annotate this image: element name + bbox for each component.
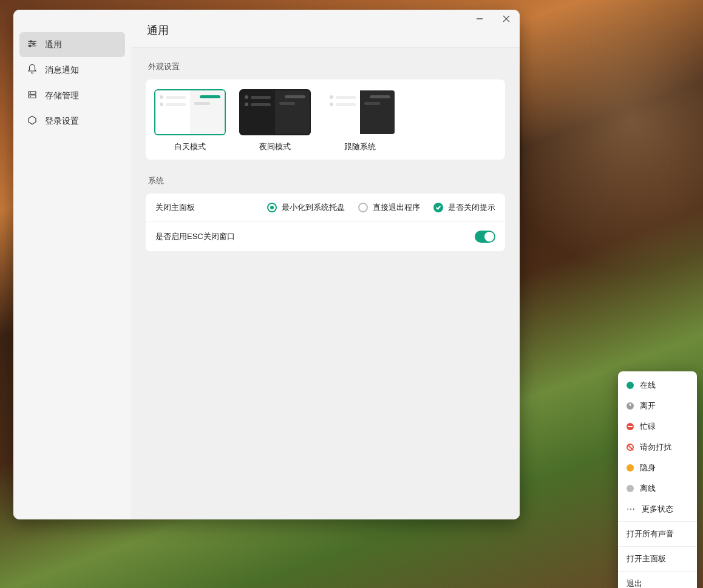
esc-label: 是否启用ESC关闭窗口 xyxy=(155,231,235,242)
theme-system-thumb xyxy=(324,89,396,135)
svg-rect-9 xyxy=(29,92,36,95)
sidebar-item-label: 通用 xyxy=(45,39,62,50)
more-status[interactable]: ⋯ 更多状态 xyxy=(618,499,697,519)
separator xyxy=(618,571,697,572)
sidebar-item-label: 存储管理 xyxy=(45,90,79,101)
close-panel-row: 关闭主面板 最小化到系统托盘 直接退出程序 xyxy=(146,194,505,221)
sidebar-item-general[interactable]: 通用 xyxy=(19,32,125,57)
online-icon xyxy=(627,382,634,389)
sliders-icon xyxy=(27,38,38,51)
radio-label: 直接退出程序 xyxy=(373,202,420,213)
status-online[interactable]: 在线 xyxy=(618,375,697,396)
content: 通用 外观设置 xyxy=(131,10,520,519)
esc-toggle[interactable] xyxy=(475,231,495,243)
status-busy[interactable]: 忙碌 xyxy=(618,416,697,437)
status-label: 请勿打扰 xyxy=(640,442,671,453)
offline-icon xyxy=(627,485,634,492)
theme-label: 夜间模式 xyxy=(239,141,311,152)
sidebar: 通用 消息通知 存储管理 登录设置 xyxy=(13,10,131,519)
status-offline[interactable]: 离线 xyxy=(618,478,697,499)
sidebar-item-storage[interactable]: 存储管理 xyxy=(19,83,125,108)
close-button[interactable] xyxy=(493,10,520,28)
sidebar-item-label: 登录设置 xyxy=(45,116,79,127)
radio-minimize-to-tray[interactable]: 最小化到系统托盘 xyxy=(267,202,345,213)
svg-marker-13 xyxy=(29,116,36,124)
separator xyxy=(618,521,697,522)
window-controls xyxy=(466,10,520,28)
status-label: 在线 xyxy=(640,380,656,391)
dnd-icon xyxy=(627,444,634,451)
content-body: 外观设置 xyxy=(131,48,520,519)
close-panel-label: 关闭主面板 xyxy=(155,202,195,213)
theme-card: 白天模式 xyxy=(146,79,505,160)
theme-day-thumb xyxy=(154,89,226,135)
page-title: 通用 xyxy=(131,10,520,48)
separator xyxy=(618,546,697,547)
status-label: 隐身 xyxy=(640,462,656,473)
radio-icon xyxy=(267,203,277,212)
settings-window: 通用 消息通知 存储管理 登录设置 通用 外观设置 xyxy=(13,10,520,519)
hexagon-icon xyxy=(27,115,38,127)
status-label: 离线 xyxy=(640,483,656,494)
status-dnd[interactable]: 请勿打扰 xyxy=(618,437,697,458)
theme-label: 白天模式 xyxy=(154,141,226,152)
check-label: 是否关闭提示 xyxy=(448,202,495,213)
status-invisible[interactable]: 隐身 xyxy=(618,458,697,478)
esc-row: 是否启用ESC关闭窗口 xyxy=(146,221,505,251)
checkmark-icon xyxy=(433,203,443,212)
action-exit[interactable]: 退出 xyxy=(618,573,697,588)
busy-icon xyxy=(627,423,634,430)
status-away[interactable]: 离开 xyxy=(618,396,697,416)
appearance-section-label: 外观设置 xyxy=(148,61,503,72)
action-label: 退出 xyxy=(627,578,642,588)
system-section-label: 系统 xyxy=(148,175,503,186)
server-icon xyxy=(27,89,38,102)
system-group: 关闭主面板 最小化到系统托盘 直接退出程序 xyxy=(146,194,505,251)
theme-system[interactable]: 跟随系统 xyxy=(324,89,396,152)
radio-icon xyxy=(358,203,368,212)
radio-exit-directly[interactable]: 直接退出程序 xyxy=(358,202,420,213)
svg-point-12 xyxy=(30,96,31,97)
theme-label: 跟随系统 xyxy=(324,141,396,152)
action-label: 打开主面板 xyxy=(627,553,666,564)
bell-icon xyxy=(27,64,38,76)
action-open-main-panel[interactable]: 打开主面板 xyxy=(618,549,697,569)
ellipsis-icon: ⋯ xyxy=(627,504,636,514)
invisible-icon xyxy=(627,464,634,471)
radio-label: 最小化到系统托盘 xyxy=(282,202,345,213)
minimize-button[interactable] xyxy=(466,10,493,28)
svg-rect-10 xyxy=(29,95,36,98)
status-label: 离开 xyxy=(640,400,656,411)
sidebar-item-label: 消息通知 xyxy=(45,65,79,76)
sidebar-item-notifications[interactable]: 消息通知 xyxy=(19,58,125,83)
theme-day[interactable]: 白天模式 xyxy=(154,89,226,152)
check-close-prompt[interactable]: 是否关闭提示 xyxy=(433,202,495,213)
theme-night[interactable]: 夜间模式 xyxy=(239,89,311,152)
action-open-sounds[interactable]: 打开所有声音 xyxy=(618,524,697,544)
action-label: 打开所有声音 xyxy=(627,529,674,539)
sidebar-item-login[interactable]: 登录设置 xyxy=(19,109,125,133)
status-label: 忙碌 xyxy=(640,421,656,432)
status-context-menu: 在线 离开 忙碌 请勿打扰 隐身 离线 ⋯ 更多状态 打开所有声音 打开主面板 … xyxy=(618,371,697,588)
theme-night-thumb xyxy=(239,89,311,135)
svg-point-11 xyxy=(30,93,31,93)
away-icon xyxy=(627,402,634,410)
more-status-label: 更多状态 xyxy=(642,504,673,515)
